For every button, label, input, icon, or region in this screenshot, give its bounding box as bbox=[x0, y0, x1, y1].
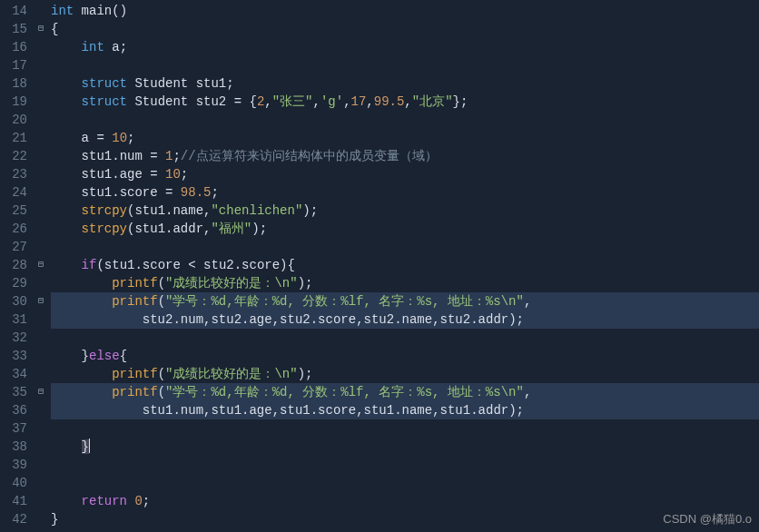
code-token bbox=[51, 494, 82, 508]
fold-marker[interactable] bbox=[34, 129, 47, 147]
code-line[interactable]: strcpy(stu1.addr,"福州"); bbox=[51, 220, 759, 238]
fold-marker[interactable] bbox=[34, 456, 47, 474]
code-token bbox=[104, 131, 112, 145]
fold-marker[interactable] bbox=[34, 329, 47, 347]
fold-marker[interactable] bbox=[34, 238, 47, 256]
line-number: 16 bbox=[0, 38, 27, 56]
code-editor[interactable]: 1415161718192021222324252627282930313233… bbox=[0, 0, 759, 532]
fold-marker[interactable] bbox=[34, 510, 47, 528]
code-token: stu2 bbox=[280, 312, 310, 327]
code-line[interactable]: stu2.num,stu2.age,stu2.score,stu2.name,s… bbox=[51, 310, 759, 329]
fold-marker[interactable] bbox=[34, 438, 47, 456]
fold-marker[interactable] bbox=[34, 74, 47, 93]
code-line[interactable]: } bbox=[51, 438, 759, 456]
code-token: age bbox=[249, 312, 271, 327]
code-line[interactable]: } bbox=[51, 510, 759, 528]
code-line[interactable]: strcpy(stu1.name,"chenlichen"); bbox=[51, 202, 759, 220]
line-number: 33 bbox=[0, 347, 27, 365]
code-token: printf bbox=[112, 367, 157, 381]
fold-marker[interactable] bbox=[34, 93, 47, 111]
code-token: "chenlichen" bbox=[211, 203, 302, 218]
code-line[interactable]: if(stu1.score < stu2.score){ bbox=[51, 256, 759, 274]
fold-marker[interactable] bbox=[34, 111, 47, 129]
code-line[interactable]: { bbox=[51, 20, 759, 38]
code-line[interactable]: struct Student stu2 = {2,"张三",'g',17,99.… bbox=[51, 93, 759, 111]
code-line[interactable]: stu1.num = 1;//点运算符来访问结构体中的成员变量（域） bbox=[51, 147, 759, 165]
code-line[interactable] bbox=[51, 419, 759, 438]
code-token: num bbox=[120, 149, 151, 163]
code-line[interactable]: printf("学号：%d,年龄：%d, 分数：%lf, 名字：%s, 地址：%… bbox=[51, 383, 759, 401]
code-token: if bbox=[82, 258, 97, 272]
code-token: stu1 bbox=[280, 403, 310, 418]
code-line[interactable]: stu1.score = 98.5; bbox=[51, 183, 759, 202]
code-token: else bbox=[89, 349, 120, 363]
fold-marker[interactable] bbox=[34, 56, 47, 74]
fold-marker[interactable] bbox=[34, 2, 47, 20]
fold-marker[interactable] bbox=[34, 165, 47, 183]
code-token: , bbox=[272, 403, 280, 418]
code-area[interactable]: int main(){ int a; struct Student stu1; … bbox=[47, 0, 759, 532]
code-token: . bbox=[112, 185, 119, 200]
fold-marker[interactable] bbox=[34, 183, 47, 202]
code-token: Student stu2 bbox=[127, 94, 234, 109]
line-number: 40 bbox=[0, 474, 27, 492]
code-line[interactable] bbox=[51, 474, 759, 492]
fold-marker[interactable] bbox=[34, 401, 47, 419]
fold-marker[interactable] bbox=[34, 310, 47, 329]
code-line[interactable] bbox=[51, 456, 759, 474]
code-token: name bbox=[402, 403, 433, 418]
code-token: , bbox=[313, 94, 320, 109]
code-token: stu2 bbox=[440, 312, 471, 327]
code-line[interactable]: printf("成绩比较好的是：\n"); bbox=[51, 274, 759, 292]
code-token bbox=[158, 149, 165, 163]
code-token: stu2 bbox=[196, 258, 234, 272]
fold-marker[interactable] bbox=[34, 147, 47, 165]
code-line[interactable]: stu1.age = 10; bbox=[51, 165, 759, 183]
code-line[interactable]: return 0; bbox=[51, 492, 759, 510]
fold-marker[interactable] bbox=[34, 38, 47, 56]
code-line[interactable]: a = 10; bbox=[51, 129, 759, 147]
code-line[interactable]: printf("学号：%d,年龄：%d, 分数：%lf, 名字：%s, 地址：%… bbox=[51, 292, 759, 310]
line-number: 30 bbox=[0, 292, 27, 310]
code-token: . bbox=[394, 403, 401, 418]
fold-marker[interactable]: ⊟ bbox=[34, 292, 47, 310]
fold-marker[interactable]: ⊟ bbox=[34, 20, 47, 38]
line-number: 28 bbox=[0, 256, 27, 274]
code-line[interactable]: }else{ bbox=[51, 347, 759, 365]
code-line[interactable] bbox=[51, 111, 759, 129]
fold-marker[interactable] bbox=[34, 474, 47, 492]
code-line[interactable]: int main() bbox=[51, 2, 759, 20]
code-token: strcpy bbox=[82, 203, 127, 218]
code-line[interactable]: int a; bbox=[51, 38, 759, 56]
code-line[interactable] bbox=[51, 56, 759, 74]
text-cursor bbox=[89, 438, 90, 453]
line-number: 34 bbox=[0, 365, 27, 383]
fold-marker[interactable] bbox=[34, 492, 47, 510]
code-line[interactable]: struct Student stu1; bbox=[51, 74, 759, 93]
fold-marker[interactable] bbox=[34, 274, 47, 292]
line-number: 23 bbox=[0, 165, 27, 183]
fold-marker[interactable] bbox=[34, 202, 47, 220]
fold-marker[interactable]: ⊟ bbox=[34, 383, 47, 401]
code-token: ( bbox=[158, 294, 165, 309]
code-token: printf bbox=[112, 276, 157, 291]
code-token: { bbox=[51, 22, 58, 36]
code-token: ); bbox=[298, 276, 313, 291]
fold-marker[interactable] bbox=[34, 365, 47, 383]
fold-marker[interactable] bbox=[34, 347, 47, 365]
code-token: addr bbox=[478, 312, 509, 327]
code-token: struct bbox=[82, 94, 127, 109]
code-line[interactable]: stu1.num,stu1.age,stu1.score,stu1.name,s… bbox=[51, 401, 759, 419]
code-token: stu1 bbox=[51, 167, 112, 182]
code-line[interactable]: printf("成绩比较好的是：\n"); bbox=[51, 365, 759, 383]
fold-column[interactable]: ⊟⊟⊟⊟ bbox=[34, 0, 47, 532]
code-token: "学号：%d,年龄：%d, 分数：%lf, 名字：%s, 地址：%s\n" bbox=[165, 294, 524, 309]
code-token bbox=[51, 203, 82, 218]
code-line[interactable] bbox=[51, 238, 759, 256]
fold-marker[interactable]: ⊟ bbox=[34, 256, 47, 274]
code-token: . bbox=[470, 403, 478, 418]
code-line[interactable] bbox=[51, 329, 759, 347]
code-token: main bbox=[74, 4, 112, 18]
fold-marker[interactable] bbox=[34, 419, 47, 438]
fold-marker[interactable] bbox=[34, 220, 47, 238]
